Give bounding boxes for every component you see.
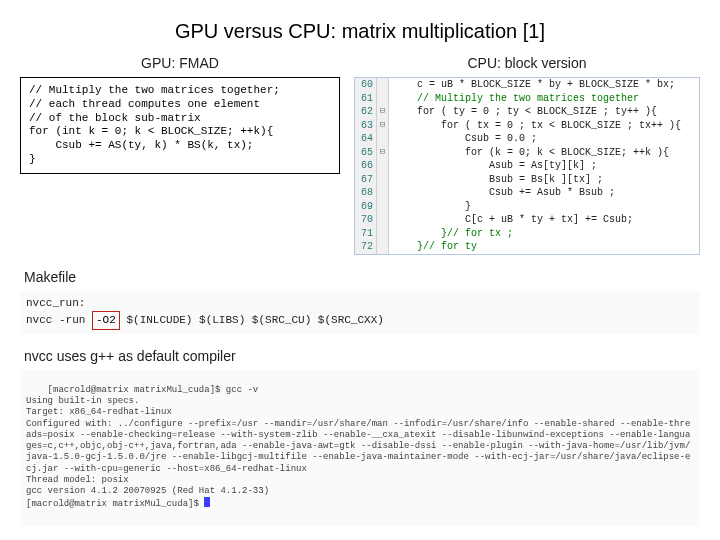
terminal-cursor bbox=[204, 497, 210, 507]
editor-row: 70 C[c + uB * ty + tx] += Csub; bbox=[355, 213, 699, 227]
makefile-flag-highlight: -O2 bbox=[92, 311, 120, 330]
compiler-heading: nvcc uses g++ as default compiler bbox=[24, 348, 700, 364]
line-number: 72 bbox=[355, 240, 377, 254]
editor-row: 67 Bsub = Bs[k ][tx] ; bbox=[355, 173, 699, 187]
fold-icon bbox=[377, 186, 389, 200]
code-line: }// for ty bbox=[389, 240, 699, 254]
line-number: 62 bbox=[355, 105, 377, 119]
editor-row: 68 Csub += Asub * Bsub ; bbox=[355, 186, 699, 200]
fold-icon bbox=[377, 92, 389, 106]
two-columns: GPU: FMAD // Multiply the two matrices t… bbox=[20, 55, 700, 255]
line-number: 67 bbox=[355, 173, 377, 187]
fold-icon bbox=[377, 227, 389, 241]
gpu-heading: GPU: FMAD bbox=[20, 55, 340, 71]
line-number: 71 bbox=[355, 227, 377, 241]
code-line: C[c + uB * ty + tx] += Csub; bbox=[389, 213, 699, 227]
cpu-column: CPU: block version 60 c = uB * BLOCK_SIZ… bbox=[354, 55, 700, 255]
gpu-code-box: // Multiply the two matrices together; /… bbox=[20, 77, 340, 174]
slide-page: GPU versus CPU: matrix multiplication [1… bbox=[0, 0, 720, 538]
code-line: // Multiply the two matrices together bbox=[389, 92, 699, 106]
makefile-indent: nvcc -run bbox=[26, 314, 92, 326]
line-number: 69 bbox=[355, 200, 377, 214]
code-line: c = uB * BLOCK_SIZE * by + BLOCK_SIZE * … bbox=[389, 78, 699, 92]
line-number: 60 bbox=[355, 78, 377, 92]
terminal-prompt: [macrold@matrix matrixMul_cuda]$ bbox=[26, 499, 204, 509]
makefile-rest: $(INLCUDE) $(LIBS) $(SRC_CU) $(SRC_CXX) bbox=[120, 314, 384, 326]
makefile-command: nvcc -run -O2 $(INLCUDE) $(LIBS) $(SRC_C… bbox=[26, 311, 694, 330]
code-line: for ( ty = 0 ; ty < BLOCK_SIZE ; ty++ ){ bbox=[389, 105, 699, 119]
makefile-heading: Makefile bbox=[24, 269, 700, 285]
terminal-text: [macrold@matrix matrixMul_cuda]$ gcc -v … bbox=[26, 385, 690, 496]
cpu-heading: CPU: block version bbox=[354, 55, 700, 71]
fold-icon[interactable]: ⊟ bbox=[377, 146, 389, 160]
editor-row: 66 Asub = As[ty][k] ; bbox=[355, 159, 699, 173]
editor-row: 69 } bbox=[355, 200, 699, 214]
editor-row: 61 // Multiply the two matrices together bbox=[355, 92, 699, 106]
line-number: 65 bbox=[355, 146, 377, 160]
code-line: Csub = 0.0 ; bbox=[389, 132, 699, 146]
code-line: for (k = 0; k < BLOCK_SIZE; ++k ){ bbox=[389, 146, 699, 160]
cpu-code-editor: 60 c = uB * BLOCK_SIZE * by + BLOCK_SIZE… bbox=[354, 77, 700, 255]
editor-row: 60 c = uB * BLOCK_SIZE * by + BLOCK_SIZE… bbox=[355, 78, 699, 92]
line-number: 64 bbox=[355, 132, 377, 146]
code-line: Csub += Asub * Bsub ; bbox=[389, 186, 699, 200]
code-line: for ( tx = 0 ; tx < BLOCK_SIZE ; tx++ ){ bbox=[389, 119, 699, 133]
line-number: 70 bbox=[355, 213, 377, 227]
fold-icon bbox=[377, 78, 389, 92]
makefile-snippet: nvcc_run: nvcc -run -O2 $(INLCUDE) $(LIB… bbox=[20, 291, 700, 334]
line-number: 63 bbox=[355, 119, 377, 133]
code-line: }// for tx ; bbox=[389, 227, 699, 241]
code-line: Bsub = Bs[k ][tx] ; bbox=[389, 173, 699, 187]
editor-row: 62⊟ for ( ty = 0 ; ty < BLOCK_SIZE ; ty+… bbox=[355, 105, 699, 119]
code-line: } bbox=[389, 200, 699, 214]
line-number: 66 bbox=[355, 159, 377, 173]
line-number: 61 bbox=[355, 92, 377, 106]
makefile-target: nvcc_run: bbox=[26, 295, 694, 312]
editor-row: 72 }// for ty bbox=[355, 240, 699, 254]
terminal-output: [macrold@matrix matrixMul_cuda]$ gcc -v … bbox=[20, 370, 700, 526]
editor-row: 64 Csub = 0.0 ; bbox=[355, 132, 699, 146]
editor-row: 63⊟ for ( tx = 0 ; tx < BLOCK_SIZE ; tx+… bbox=[355, 119, 699, 133]
editor-row: 71 }// for tx ; bbox=[355, 227, 699, 241]
fold-icon bbox=[377, 213, 389, 227]
editor-row: 65⊟ for (k = 0; k < BLOCK_SIZE; ++k ){ bbox=[355, 146, 699, 160]
fold-icon[interactable]: ⊟ bbox=[377, 105, 389, 119]
fold-icon bbox=[377, 173, 389, 187]
fold-icon bbox=[377, 240, 389, 254]
fold-icon bbox=[377, 132, 389, 146]
gpu-column: GPU: FMAD // Multiply the two matrices t… bbox=[20, 55, 340, 255]
code-line: Asub = As[ty][k] ; bbox=[389, 159, 699, 173]
fold-icon bbox=[377, 200, 389, 214]
page-title: GPU versus CPU: matrix multiplication [1… bbox=[20, 20, 700, 43]
line-number: 68 bbox=[355, 186, 377, 200]
fold-icon bbox=[377, 159, 389, 173]
fold-icon[interactable]: ⊟ bbox=[377, 119, 389, 133]
